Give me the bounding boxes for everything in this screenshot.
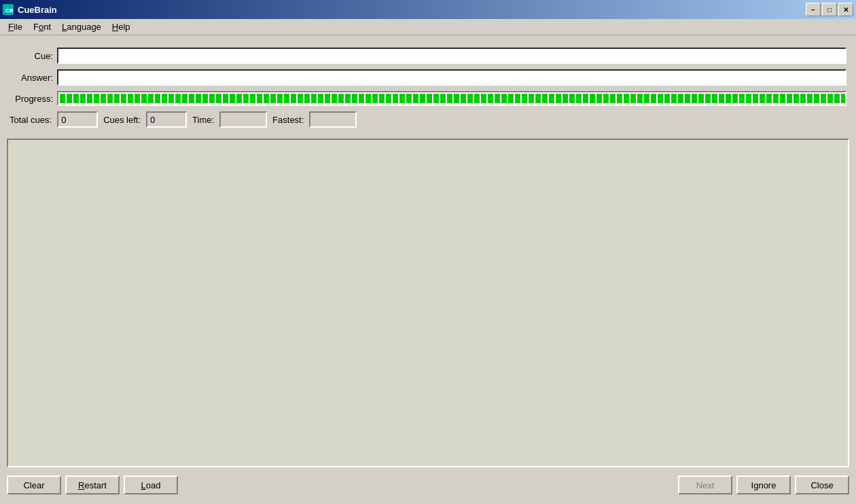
progress-segment xyxy=(135,94,140,103)
content-area xyxy=(7,139,849,467)
app-icon: CB xyxy=(3,4,14,15)
time-input xyxy=(219,111,267,128)
progress-segment xyxy=(766,94,772,103)
progress-segment xyxy=(148,94,154,103)
clear-button[interactable]: Clear xyxy=(7,475,61,494)
progress-segment xyxy=(304,94,310,103)
progress-segment xyxy=(141,94,147,103)
progress-segment xyxy=(760,94,765,103)
progress-segment xyxy=(583,94,588,103)
cue-label: Cue: xyxy=(10,51,57,61)
progress-segment xyxy=(379,94,385,103)
progress-segment xyxy=(474,94,480,103)
progress-segment xyxy=(549,94,554,103)
progress-segment xyxy=(467,94,473,103)
progress-segment xyxy=(372,94,378,103)
menu-font[interactable]: Font xyxy=(28,20,56,34)
cues-left-input xyxy=(146,111,187,128)
progress-segment xyxy=(726,94,731,103)
progress-segment xyxy=(569,94,575,103)
fastest-input xyxy=(309,111,357,128)
progress-segment xyxy=(60,94,65,103)
progress-segment xyxy=(202,94,208,103)
progress-segment xyxy=(440,94,446,103)
progress-segment xyxy=(406,94,412,103)
progress-segment xyxy=(101,94,106,103)
progress-segment xyxy=(488,94,493,103)
progress-segment xyxy=(535,94,541,103)
progress-segment xyxy=(114,94,120,103)
progress-segment xyxy=(651,94,656,103)
menu-help[interactable]: Help xyxy=(107,20,136,34)
title-bar-left: CB CueBrain xyxy=(3,4,57,15)
next-button[interactable]: Next xyxy=(678,475,732,494)
close-button[interactable]: Close xyxy=(795,475,849,494)
progress-segment xyxy=(399,94,405,103)
progress-segment xyxy=(739,94,745,103)
progress-segment xyxy=(216,94,221,103)
progress-segment xyxy=(664,94,670,103)
progress-segment xyxy=(189,94,194,103)
progress-segment xyxy=(495,94,500,103)
load-button[interactable]: Load xyxy=(124,475,178,494)
progress-segment xyxy=(175,94,181,103)
progress-segment xyxy=(223,94,228,103)
answer-label: Answer: xyxy=(10,73,57,83)
restart-button[interactable]: Restart xyxy=(65,475,120,494)
progress-segment xyxy=(522,94,527,103)
progress-segment xyxy=(365,94,371,103)
total-cues-label: Total cues: xyxy=(10,115,52,125)
progress-segment xyxy=(705,94,711,103)
progress-segment xyxy=(386,94,391,103)
form-area: Cue: Answer: Progress: Total cues: Cues … xyxy=(7,42,849,139)
answer-input[interactable] xyxy=(57,69,846,86)
minimize-button[interactable]: − xyxy=(806,3,821,16)
progress-segment xyxy=(257,94,262,103)
progress-segment xyxy=(780,94,785,103)
progress-segment xyxy=(107,94,113,103)
title-bar-buttons: − □ ✕ xyxy=(806,3,853,16)
progress-segment xyxy=(841,94,846,103)
progress-segment xyxy=(80,94,86,103)
progress-segment xyxy=(393,94,398,103)
progress-segment xyxy=(196,94,201,103)
progress-segment xyxy=(284,94,289,103)
menu-file[interactable]: File xyxy=(3,20,28,34)
cue-input[interactable] xyxy=(57,48,846,64)
progress-segment xyxy=(447,94,452,103)
close-window-button[interactable]: ✕ xyxy=(838,3,853,16)
button-row: Clear Restart Load Next Ignore Close xyxy=(7,473,849,497)
progress-segment xyxy=(685,94,690,103)
restore-button[interactable]: □ xyxy=(822,3,837,16)
progress-segment xyxy=(501,94,507,103)
progress-segment xyxy=(128,94,133,103)
title-bar: CB CueBrain − □ ✕ xyxy=(0,0,856,19)
progress-segment xyxy=(563,94,568,103)
total-cues-input xyxy=(57,111,98,128)
progress-segment xyxy=(637,94,643,103)
progress-segment xyxy=(67,94,72,103)
progress-segment xyxy=(719,94,724,103)
app-title: CueBrain xyxy=(18,5,57,15)
progress-segment xyxy=(596,94,602,103)
progress-segment xyxy=(698,94,704,103)
progress-segment xyxy=(270,94,276,103)
progress-segment xyxy=(345,94,351,103)
progress-segment xyxy=(712,94,717,103)
progress-segment xyxy=(243,94,249,103)
progress-segment xyxy=(311,94,317,103)
progress-segment xyxy=(508,94,514,103)
progress-segment xyxy=(168,94,174,103)
menu-language[interactable]: Language xyxy=(56,20,107,34)
progress-segment xyxy=(746,94,751,103)
progress-segment xyxy=(671,94,677,103)
progress-segment xyxy=(644,94,649,103)
progress-segment xyxy=(732,94,738,103)
progress-segment xyxy=(121,94,126,103)
fastest-label: Fastest: xyxy=(272,115,304,125)
ignore-button[interactable]: Ignore xyxy=(736,475,791,494)
progress-segment xyxy=(529,94,534,103)
progress-segment xyxy=(236,94,242,103)
progress-segment xyxy=(332,94,337,103)
progress-segment xyxy=(209,94,215,103)
